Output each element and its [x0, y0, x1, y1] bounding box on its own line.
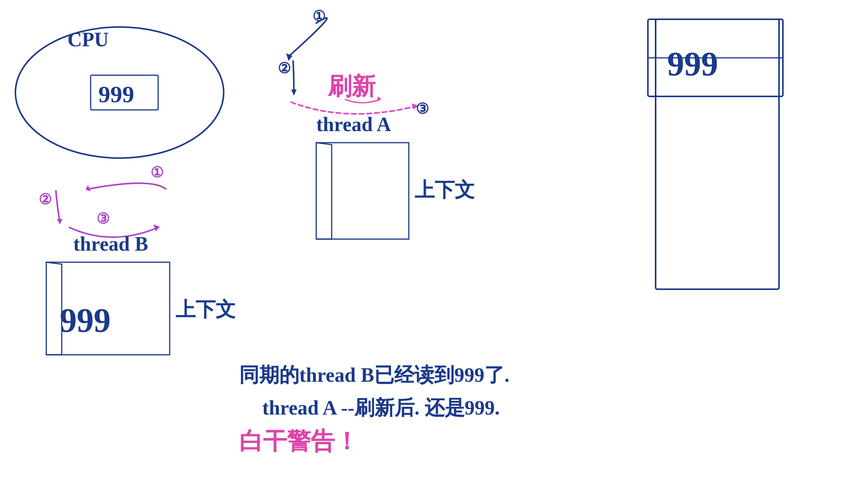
svg-text:③: ③	[96, 211, 110, 227]
svg-text:thread B: thread B	[73, 233, 148, 255]
svg-marker-6	[291, 89, 297, 96]
svg-text:②: ②	[278, 60, 291, 76]
diagram-svg: CPU 999 ① ② ③ 刷新 thread A 上下文	[0, 0, 855, 504]
svg-text:thread A --刷新后. 还是999.: thread A --刷新后. 还是999.	[262, 396, 500, 419]
svg-text:999: 999	[98, 81, 134, 107]
svg-marker-11	[377, 96, 381, 101]
canvas: CPU 999 ① ② ③ 刷新 thread A 上下文	[0, 0, 855, 504]
svg-text:上下文: 上下文	[415, 179, 475, 201]
svg-text:thread A: thread A	[316, 113, 391, 135]
svg-text:上下文: 上下文	[175, 298, 236, 320]
svg-text:999: 999	[60, 302, 111, 339]
svg-text:①: ①	[312, 8, 325, 24]
svg-text:③: ③	[416, 101, 429, 117]
svg-text:999: 999	[667, 45, 718, 83]
svg-text:白干警告！: 白干警告！	[239, 428, 359, 454]
svg-marker-19	[57, 219, 62, 224]
svg-text:CPU: CPU	[67, 29, 109, 51]
svg-text:②: ②	[39, 191, 52, 207]
svg-text:同期的thread B已经读到999了.: 同期的thread B已经读到999了.	[239, 364, 509, 386]
svg-text:①: ①	[150, 164, 164, 180]
svg-text:刷新: 刷新	[327, 73, 376, 99]
